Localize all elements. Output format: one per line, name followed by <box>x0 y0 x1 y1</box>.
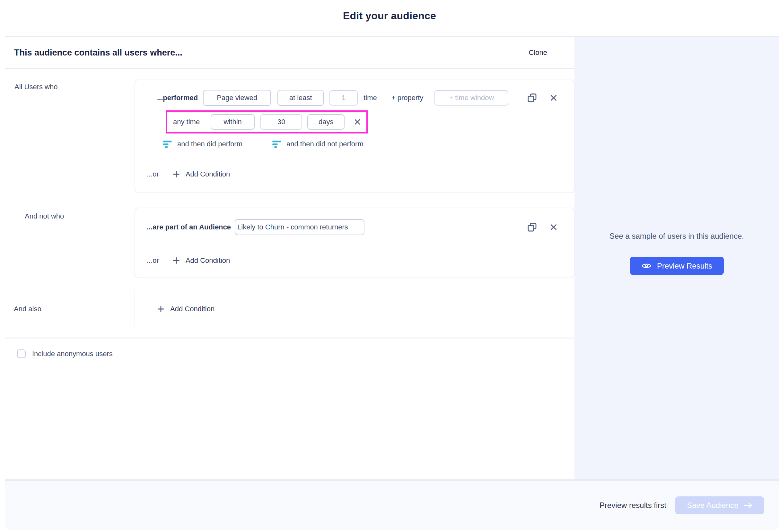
close-icon <box>549 94 558 102</box>
time-value-input[interactable] <box>260 114 302 130</box>
condition-group-performed: ...performed Page viewed at least time +… <box>134 80 575 193</box>
edit-audience-modal: Edit your audience This audience contain… <box>0 0 779 532</box>
remove-condition-button[interactable] <box>549 223 558 231</box>
performed-prefix: ...performed <box>157 94 198 102</box>
anonymous-users-row: Include anonymous users <box>5 349 575 358</box>
clone-button[interactable]: Clone <box>529 49 547 57</box>
performed-condition-row: ...performed Page viewed at least time +… <box>147 90 558 106</box>
duplicate-icon <box>526 92 538 104</box>
preview-results-label: Preview Results <box>657 262 712 270</box>
duplicate-condition-button[interactable] <box>526 221 538 233</box>
plus-icon <box>172 171 180 178</box>
audience-select[interactable]: Likely to Churn - common returners <box>235 219 364 235</box>
section-label-and-not-who: And not who <box>5 208 134 278</box>
time-window-filter-highlighted: any time within days <box>166 110 368 133</box>
preview-first-hint: Preview results first <box>600 501 666 510</box>
and-then-did-perform-button[interactable]: and then did perform <box>163 139 242 149</box>
remove-condition-button[interactable] <box>549 94 558 102</box>
count-input[interactable] <box>329 90 358 106</box>
save-audience-label: Save Audience <box>687 501 738 510</box>
remove-time-filter-button[interactable] <box>354 118 361 126</box>
preview-results-button[interactable]: Preview Results <box>630 257 724 275</box>
and-then-did-not-perform-button[interactable]: and then did not perform <box>272 139 363 149</box>
preview-description: See a sample of users in this audience. <box>609 228 744 244</box>
include-anonymous-users-checkbox[interactable] <box>17 349 26 358</box>
condition-group-audience: ...are part of an Audience Likely to Chu… <box>134 208 575 278</box>
section-and-not-who: And not who ...are part of an Audience L… <box>5 208 575 278</box>
eye-icon <box>641 262 652 270</box>
builder-divider <box>5 338 575 338</box>
save-audience-button[interactable]: Save Audience <box>675 496 764 514</box>
builder-heading: This audience contains all users where..… <box>14 48 182 58</box>
audience-builder: This audience contains all users where..… <box>5 37 575 479</box>
page-title: Edit your audience <box>343 10 436 22</box>
plus-icon <box>172 257 180 264</box>
funnel-icon <box>163 139 172 149</box>
audience-prefix: ...are part of an Audience <box>147 223 231 231</box>
section-label-and-also: And also <box>5 289 134 327</box>
or-label: ...or <box>147 170 159 179</box>
add-condition-label: Add Condition <box>170 305 215 313</box>
time-filter-label: any time <box>173 118 200 126</box>
event-select[interactable]: Page viewed <box>203 90 271 106</box>
add-condition-button[interactable]: Add Condition <box>172 170 230 179</box>
modal-header: Edit your audience <box>0 0 779 36</box>
time-window-input[interactable] <box>434 90 508 106</box>
add-condition-label: Add Condition <box>186 170 230 179</box>
include-anonymous-users-label: Include anonymous users <box>32 350 113 358</box>
arrow-right-icon <box>744 502 752 509</box>
section-label-all-users: All Users who <box>5 80 134 193</box>
and-then-did-not-perform-label: and then did not perform <box>286 140 363 148</box>
section-all-users: All Users who ...performed Page viewed a… <box>5 80 575 193</box>
footer-action-bar: Preview results first Save Audience <box>5 479 779 530</box>
close-icon <box>549 223 558 231</box>
add-property-button[interactable]: + property <box>392 94 424 102</box>
duplicate-icon <box>526 221 538 233</box>
add-condition-button[interactable]: Add Condition <box>157 305 215 313</box>
close-icon <box>354 118 361 126</box>
sequence-row: and then did perform <box>163 139 558 149</box>
and-then-did-perform-label: and then did perform <box>177 140 242 148</box>
or-add-condition-row: ...or Add Condition <box>147 256 558 265</box>
add-condition-button[interactable]: Add Condition <box>172 256 230 265</box>
time-unit-select[interactable]: days <box>307 114 345 130</box>
or-add-condition-row: ...or Add Condition <box>147 170 558 179</box>
plus-icon <box>157 305 165 313</box>
time-comparison-select[interactable]: within <box>211 114 255 130</box>
add-condition-label: Add Condition <box>186 256 230 265</box>
content-area: This audience contains all users where..… <box>0 37 779 479</box>
or-label: ...or <box>147 256 159 265</box>
operator-select[interactable]: at least <box>278 90 324 106</box>
duplicate-condition-button[interactable] <box>526 92 538 104</box>
funnel-icon <box>272 139 282 149</box>
preview-sidebar: See a sample of users in this audience. … <box>575 37 779 479</box>
count-unit-label: time <box>363 94 377 102</box>
builder-header: This audience contains all users where..… <box>5 37 575 69</box>
audience-condition-row: ...are part of an Audience Likely to Chu… <box>147 219 558 235</box>
section-and-also: And also Add Condition <box>5 289 575 327</box>
